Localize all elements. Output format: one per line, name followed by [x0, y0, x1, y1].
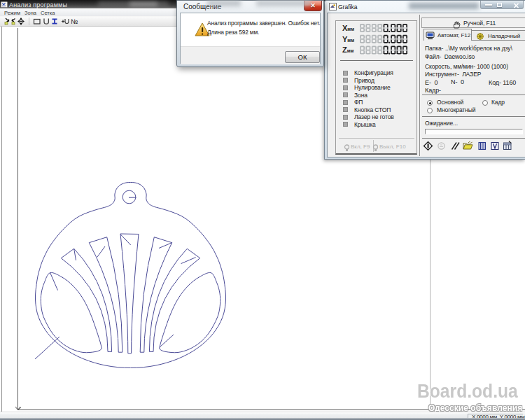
- svg-text:№: №: [71, 18, 78, 25]
